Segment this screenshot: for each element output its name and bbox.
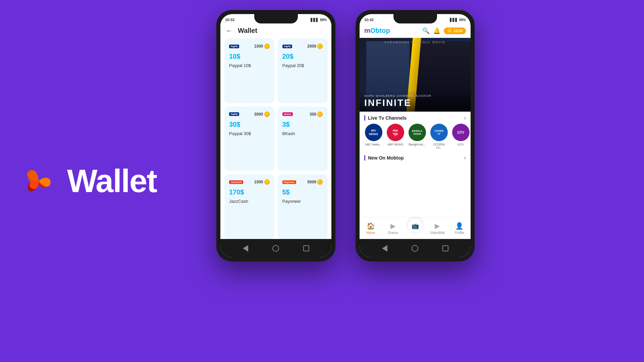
wallet-card-paypal30[interactable]: PayPal 3000 30$ Paypal 30$	[224, 107, 274, 171]
card2-top: PayPal 2000	[282, 43, 323, 50]
abc-news-label: ABC News...	[365, 143, 382, 146]
movie-actors: MARK WAHLBERG CHIWETEL EJIOFOR	[364, 94, 466, 98]
back-button[interactable]: ←	[226, 27, 232, 35]
wallet-card-jazzcash[interactable]: JazzCash 1000 170$ JazzCash	[224, 174, 274, 239]
home-nav-btn2[interactable]	[410, 244, 420, 253]
notification-icon[interactable]: 🔔	[433, 27, 440, 35]
nav-home[interactable]: 🏠 Home	[360, 222, 382, 235]
card5-amount: 170$	[229, 188, 270, 196]
card5-name: JazzCash	[229, 199, 270, 204]
back-triangle-icon	[243, 245, 248, 252]
card4-top: bKash 300	[282, 111, 323, 118]
phone2-status-right: ▋▋▋ 89%	[450, 18, 466, 22]
home-nav-button[interactable]	[271, 244, 280, 253]
tv-center-icon: 📺	[412, 222, 419, 230]
citizen-tv-logo: CITIZENTV	[430, 124, 448, 141]
card2-amount: 20$	[282, 53, 323, 60]
channel-abc-news[interactable]: abcNEWS ABC News...	[364, 124, 383, 149]
card6-name: Payoneer	[282, 199, 323, 204]
gtv-logo: GTV	[452, 124, 470, 141]
channel-gtv[interactable]: GTV GTV	[451, 124, 470, 149]
coin-icon-3	[264, 112, 270, 117]
mobtop-logo-m: m	[364, 27, 370, 34]
center-circle-button[interactable]: 📺	[408, 218, 423, 233]
home-icon: 🏠	[367, 222, 375, 230]
card1-top: PayPal 1000	[229, 43, 270, 50]
wallet-card-paypal10[interactable]: PayPal 1000 10$ Paypal 10$	[224, 39, 274, 103]
abp-news-logo: abpन्यूज़	[387, 124, 404, 141]
back-nav-btn2[interactable]	[380, 244, 389, 253]
card1-name: Paypal 10$	[229, 63, 270, 68]
back-nav-button[interactable]	[241, 244, 250, 253]
abp-news-label: ABP NEWS	[387, 143, 403, 146]
channel-citizen-tv[interactable]: CITIZENTV CITIZEN TV...	[430, 124, 448, 149]
search-icon[interactable]: 🔍	[422, 27, 430, 35]
mobtop-logo: mObtop	[364, 27, 390, 35]
new-mobtop-arrow-icon[interactable]: ›	[464, 155, 466, 161]
mobtop-header-icons: 🔍 🔔 🪙 1210	[422, 27, 466, 35]
card4-coins: 300	[310, 112, 323, 117]
recents-square-icon	[303, 245, 309, 251]
movie-banner[interactable]: PARAMOUNT ORIGINAL MOVIE MARK WAHLBERG C…	[360, 38, 471, 112]
videowall-label: VideoWall	[430, 231, 444, 235]
phone1-notch	[254, 14, 298, 23]
abc-news-logo: abcNEWS	[365, 124, 382, 141]
brand-name: Wallet	[67, 163, 157, 199]
branding-section: Wallet	[20, 163, 157, 199]
coins-badge[interactable]: 🪙 1210	[444, 27, 466, 34]
card4-amount: 3$	[282, 121, 323, 128]
channel-abp-news[interactable]: abpन्यूज़ ABP NEWS	[386, 124, 405, 149]
wallet-grid: PayPal 1000 10$ Paypal 10$ PayPal	[220, 39, 331, 239]
coin-icon-1	[264, 44, 270, 49]
new-mobtop-title: New On Mobtop	[364, 155, 404, 161]
recents-nav-button[interactable]	[302, 244, 311, 253]
back-triangle-icon2	[382, 245, 387, 252]
card3-amount: 30$	[229, 121, 270, 128]
mobtop-header: mObtop 🔍 🔔 🪙 1210	[360, 24, 471, 38]
coin-icon-6	[317, 179, 323, 185]
home-label: Home	[366, 231, 375, 235]
phone2-battery: 89%	[459, 18, 466, 22]
nav-center[interactable]: 📺	[404, 223, 426, 233]
live-tv-section-header: Live Tv Channels ›	[360, 112, 471, 124]
phone1-battery: 89%	[320, 18, 327, 22]
movie-title: INFINITE	[364, 98, 466, 108]
wallet-card-payoneer[interactable]: Payoneer 5000 5$ Payoneer	[278, 174, 328, 239]
wallet-header: ← Wallet	[220, 24, 331, 39]
card1-coins: 1000	[254, 44, 270, 49]
videowall-icon: ▶	[435, 222, 440, 230]
recents-square-icon2	[442, 245, 448, 251]
phone1-signal: ▋▋▋	[311, 18, 319, 22]
card5-coins: 1000	[254, 179, 270, 185]
phone1-status-right: ▋▋▋ 89%	[311, 18, 327, 22]
card6-top: Payoneer 5000	[282, 178, 323, 186]
movie-banner-overlay: MARK WAHLBERG CHIWETEL EJIOFOR INFINITE	[360, 91, 471, 112]
live-tv-arrow-icon[interactable]: ›	[464, 115, 466, 121]
tv-channels-list: abcNEWS ABC News... abpन्यूज़ ABP NEWS B…	[360, 124, 471, 154]
channel-bangla-vision[interactable]: BANGLAVISION BangloVisi...	[408, 124, 426, 149]
card6-coins: 5000	[307, 179, 323, 185]
coins-count: 1210	[453, 28, 463, 33]
phone-1-wallet: 10:53 ▋▋▋ 89% ← Wallet PayPal 1000	[216, 10, 335, 261]
wallet-card-bkash[interactable]: bKash 300 3$ BKash	[278, 107, 328, 171]
gtv-label: GTV	[458, 143, 464, 146]
wallet-title: Wallet	[238, 27, 257, 35]
wallet-card-paypal20[interactable]: PayPal 2000 20$ Paypal 20$	[278, 39, 328, 103]
nav-videowall[interactable]: ▶ VideoWall	[426, 222, 448, 235]
phone2-notch	[393, 14, 437, 23]
nav-drama[interactable]: ▶ Drama	[382, 222, 404, 235]
app-logo-icon	[20, 163, 57, 199]
drama-label: Drama	[388, 231, 398, 235]
live-tv-title: Live Tv Channels	[364, 115, 407, 121]
coin-icon-2	[317, 44, 323, 49]
card6-amount: 5$	[282, 188, 323, 196]
bangla-vision-label: BangloVisi...	[409, 143, 426, 146]
card3-coins: 3000	[254, 112, 270, 117]
jazzcash-logo: JazzCash	[229, 178, 243, 186]
card1-amount: 10$	[229, 53, 270, 60]
recents-nav-btn2[interactable]	[441, 244, 450, 253]
nav-profile[interactable]: 👤 Profile	[448, 222, 471, 235]
new-mobtop-section-header: New On Mobtop ›	[360, 154, 471, 164]
bkash-logo: bKash	[282, 111, 293, 118]
citizen-tv-label: CITIZEN TV...	[430, 143, 448, 149]
